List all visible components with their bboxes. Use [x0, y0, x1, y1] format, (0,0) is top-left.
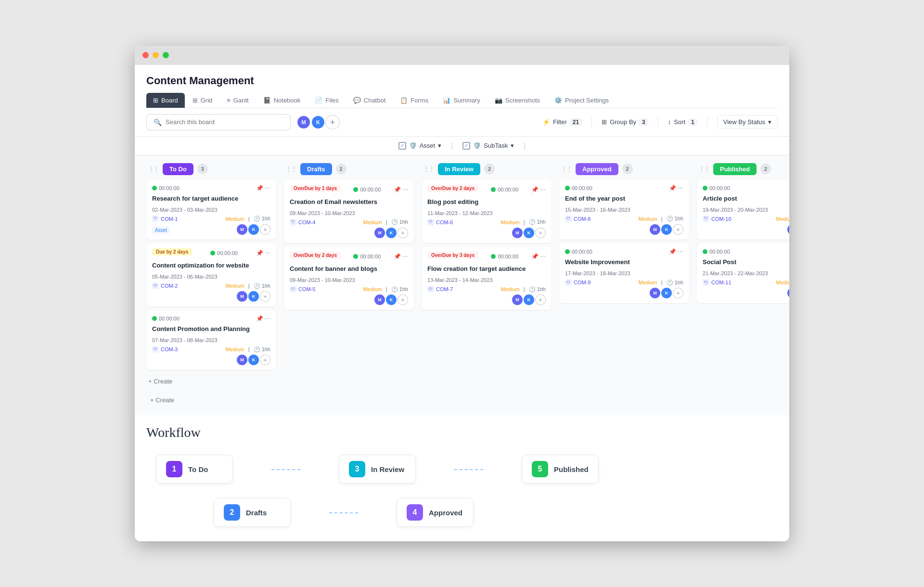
avatar-k: K — [311, 115, 325, 129]
card-com2[interactable]: Due by 2 days 00:00:00 📌 ⋯ Content optim… — [146, 243, 276, 306]
sort-button[interactable]: ↕ Sort 1 — [668, 118, 697, 126]
workflow-node-2[interactable]: 2 Drafts — [214, 498, 291, 527]
column-todo: ⋮⋮ To Do 3 00:00:00 📌 ⋯ Research for tar… — [146, 163, 276, 389]
view-by-button[interactable]: View By Status ▾ — [717, 115, 778, 129]
card-badge-due: Due by 2 days — [152, 248, 192, 255]
subtask-filter[interactable]: ✓ 🛡️ SubTask ▾ — [462, 142, 514, 150]
subtask-chevron: ▾ — [511, 142, 514, 149]
tab-files[interactable]: 📄 Files — [308, 93, 345, 108]
workflow-label-5: Published — [554, 465, 589, 473]
card-com5[interactable]: OverDue by 2 days 00:00:00 📌 ⋯ Content f… — [284, 247, 414, 310]
board-columns: ⋮⋮ To Do 3 00:00:00 📌 ⋯ Research for tar… — [146, 163, 789, 389]
card-id-com10: 🛡 COM-10 — [703, 216, 732, 222]
tab-board[interactable]: ⊞ Board — [146, 93, 185, 108]
card-com9[interactable]: 00:00:00 📌 ⋯ Website Improvement 17-Mar-… — [559, 243, 689, 303]
notebook-icon: 📓 — [263, 97, 271, 104]
card-id-com7: 🛡 COM-7 — [427, 286, 453, 293]
drag-handle-published[interactable]: ⋮⋮ — [699, 166, 709, 172]
column-header-approved: ⋮⋮ Approved 2 — [559, 163, 689, 175]
task-icon-3: 🛡 — [152, 346, 159, 353]
card-timer: 00:00:00 — [152, 185, 180, 191]
workflow-label-1: To Do — [188, 465, 208, 473]
tab-grid[interactable]: ⊞ Grid — [186, 93, 219, 108]
filter-icon: ⚡ — [542, 118, 550, 126]
workflow-label-3: In Review — [371, 465, 404, 473]
drag-handle[interactable]: ⋮⋮ — [148, 166, 159, 172]
card-timer-4: 00:00:00 — [353, 187, 381, 192]
search-input[interactable] — [166, 118, 283, 126]
board-area: ⋮⋮ To Do 3 00:00:00 📌 ⋯ Research for tar… — [135, 155, 789, 416]
card-id-com8: 🛡 COM-8 — [565, 216, 590, 222]
workflow-node-5[interactable]: 5 Published — [522, 455, 599, 484]
subtask-checkbox[interactable]: ✓ — [462, 142, 470, 150]
search-box[interactable]: 🔍 — [146, 114, 291, 130]
column-header-inreview: ⋮⋮ In Review 2 — [422, 163, 552, 175]
avatar-sm-m-2: M — [237, 291, 247, 302]
card-badge-overdue-4: OverDue by 1 days — [290, 185, 341, 192]
chatbot-icon: 💬 — [353, 97, 361, 104]
files-icon: 📄 — [315, 97, 322, 104]
tab-chatbot[interactable]: 💬 Chatbot — [346, 93, 393, 108]
card-title-com6: Blog post editing — [427, 198, 546, 206]
card-id-com11: 🛡 COM-11 — [703, 279, 732, 286]
card-title-com1: Research for target audience — [152, 194, 270, 203]
card-title-com7: Flow creation for target audience — [427, 265, 546, 273]
column-header-todo: ⋮⋮ To Do 3 — [146, 163, 276, 175]
card-com6[interactable]: OverDue by 2 days 00:00:00 📌 ⋯ Blog post… — [422, 180, 552, 243]
tab-summary[interactable]: 📊 Summary — [436, 93, 487, 108]
drag-handle-drafts[interactable]: ⋮⋮ — [286, 166, 296, 172]
workflow-node-3[interactable]: 3 In Review — [339, 455, 416, 484]
card-title-com9: Website Improvement — [565, 258, 683, 267]
card-com3[interactable]: 00:00:00 📌 ⋯ Content Promotion and Plann… — [146, 310, 276, 370]
workflow-section: Workflow 1 To Do 3 In Review 5 — [135, 415, 789, 541]
avatar-group: M K + — [296, 115, 340, 129]
card-com7[interactable]: OverDue by 3 days 00:00:00 📌 ⋯ Flow crea… — [422, 247, 552, 310]
card-meta-com2: Medium | 🕐 1hh — [226, 283, 270, 289]
asset-checkbox[interactable]: ✓ — [398, 142, 406, 150]
card-badge-overdue-5: OverDue by 2 days — [290, 252, 341, 259]
sub-toolbar-sep-2: | — [524, 141, 526, 150]
tab-project-settings[interactable]: ⚙️ Project Settings — [548, 93, 616, 108]
workflow-node-4[interactable]: 4 Approved — [397, 498, 474, 527]
minimize-icon[interactable] — [153, 52, 159, 58]
card-com11[interactable]: 00:00:00 📌 ⋯ Social Post 21-Mar-2023 - 2… — [697, 243, 789, 303]
drag-handle-inreview[interactable]: ⋮⋮ — [424, 166, 434, 172]
card-badge-overdue-6: OverDue by 2 days — [427, 185, 478, 192]
tab-gantt[interactable]: ≡ Gantt — [220, 93, 255, 108]
create-button[interactable]: + Create — [148, 393, 276, 408]
card-title-com3: Content Promotion and Planning — [152, 325, 270, 333]
card-com10[interactable]: 00:00:00 📌 ⋯ Article post 19-Mar-2023 - … — [697, 180, 789, 240]
card-com4[interactable]: OverDue by 1 days 00:00:00 📌 ⋯ Creation … — [284, 180, 414, 243]
card-id-com2: 🛡 COM-2 — [152, 282, 178, 289]
tab-notebook[interactable]: 📓 Notebook — [257, 93, 308, 108]
asset-filter[interactable]: ✓ 🛡️ Asset ▾ — [398, 142, 442, 150]
chevron-down-icon: ▾ — [768, 118, 771, 126]
create-todo-button[interactable]: + Create — [146, 374, 276, 389]
group-by-button[interactable]: ⊞ Group By 3 — [602, 118, 648, 126]
drag-handle-approved[interactable]: ⋮⋮ — [561, 166, 572, 172]
task-icon: 🛡 — [152, 216, 159, 222]
task-icon-2: 🛡 — [152, 282, 159, 289]
avatar-sm-k-3: K — [248, 355, 259, 365]
card-com1[interactable]: 00:00:00 📌 ⋯ Research for target audienc… — [146, 180, 276, 240]
maximize-icon[interactable] — [163, 52, 169, 58]
column-count-approved: 2 — [622, 164, 633, 174]
sub-toolbar-sep: | — [451, 141, 453, 150]
titlebar — [135, 46, 789, 65]
filter-button[interactable]: ⚡ Filter 21 — [542, 118, 582, 126]
app-window: Content Management ⊞ Board ⊞ Grid ≡ Gant… — [135, 46, 789, 542]
close-icon[interactable] — [142, 52, 149, 58]
asset-icon: 🛡️ — [409, 142, 417, 149]
tab-forms[interactable]: 📋 Forms — [393, 93, 435, 108]
tab-screenshots[interactable]: 📷 Screenshots — [488, 93, 547, 108]
column-label-todo: To Do — [163, 163, 193, 175]
workflow-node-1[interactable]: 1 To Do — [156, 455, 233, 484]
add-member-button[interactable]: + — [325, 115, 340, 129]
toolbar: 🔍 M K + ⚡ Filter 21 ⊞ Group By — [135, 108, 789, 137]
card-id-com3: 🛡 COM-3 — [152, 346, 178, 353]
card-meta-com9: Medium | 🕐 1hh — [639, 280, 683, 286]
card-timer-7: 00:00:00 — [491, 254, 518, 259]
card-com8[interactable]: 00:00:00 📌 ⋯ End of the year post 15-Mar… — [559, 180, 689, 240]
avatar-sm-add-3: + — [260, 355, 270, 365]
card-actions-2: 📌 ⋯ — [256, 250, 270, 256]
